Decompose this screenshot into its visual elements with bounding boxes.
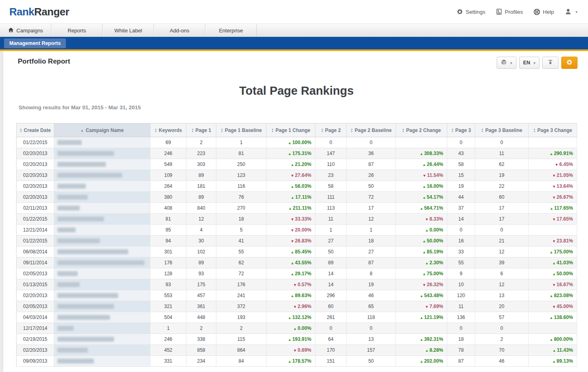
column-header-campaign-name[interactable]: ▲Campaign Name (54, 123, 150, 137)
report-settings-button[interactable] (561, 57, 577, 69)
column-header-page-3[interactable]: ▲▼Page 3 (447, 123, 475, 137)
page2-baseline-cell: 46 (347, 290, 396, 301)
page1-cell: 175 (186, 279, 216, 290)
page2-change-cell: ▲2.30% (396, 257, 447, 268)
page3-cell: 44 (447, 192, 475, 203)
tab-addons-label: Add-ons (170, 28, 189, 34)
page2-cell: 170 (315, 345, 347, 356)
language-dropdown-button[interactable]: EN ▾ (519, 57, 539, 69)
help-lifebuoy-icon (533, 9, 540, 15)
page1-change-cell: ▲175.31% (267, 148, 315, 159)
column-header-page-2[interactable]: ▲▼Page 2 (315, 123, 347, 137)
page3-cell: 87 (447, 356, 475, 367)
page2-cell: 147 (315, 148, 347, 159)
download-button[interactable] (542, 57, 558, 69)
page2-cell: 14 (315, 268, 347, 279)
campaign-name-cell (54, 247, 150, 257)
column-header-page-2-change[interactable]: ▲▼Page 2 Change (396, 123, 447, 137)
profiles-menu-item[interactable]: Profiles (496, 9, 523, 15)
management-reports-button[interactable]: Management Reports (4, 38, 66, 48)
page2-change-cell: ▲543.48% (396, 290, 447, 301)
page2-baseline-cell: 17 (347, 203, 396, 214)
page1-baseline-cell: 250 (216, 159, 267, 170)
redacted-campaign-name (57, 206, 80, 210)
column-header-page-2-baseline[interactable]: ▲▼Page 2 Baseline (347, 123, 396, 137)
down-triangle-icon: ▼ (290, 239, 294, 243)
column-header-page-3-change[interactable]: ▲▼Page 3 Change (529, 123, 577, 137)
page1-cell: 234 (186, 356, 216, 367)
page3-cell: 0 (447, 137, 475, 148)
column-header-keywords[interactable]: ▲▼Keywords (150, 123, 186, 137)
column-header-page-1-baseline[interactable]: ▲▼Page 1 Baseline (216, 123, 267, 137)
page3-change-cell: ▼45.00% (529, 301, 577, 312)
table-row: 01/22/2015943041▼26.83%2718▲50.00%1621▼2… (17, 236, 577, 247)
column-header-create-date[interactable]: ▲▼Create Date (17, 123, 54, 137)
page2-baseline-cell: 12 (347, 214, 396, 225)
page3-change-cell: ▼21.05% (529, 170, 577, 181)
tab-campaigns-label: Campaigns (17, 28, 43, 34)
column-header-page-1[interactable]: ▲▼Page 1 (186, 123, 216, 137)
page3-cell: 16 (447, 236, 475, 247)
page1-baseline-cell: 372 (216, 301, 267, 312)
page2-baseline-cell: 36 (347, 148, 396, 159)
page1-baseline-cell: 193 (216, 312, 267, 323)
page2-baseline-cell: 27 (347, 247, 396, 257)
page3-cell: 9 (447, 268, 475, 279)
up-triangle-icon: ▲ (425, 228, 429, 232)
settings-menu-item[interactable]: Settings (457, 9, 485, 15)
page2-cell: 58 (315, 181, 347, 192)
redacted-campaign-name (57, 304, 114, 309)
keywords-cell: 301 (150, 247, 186, 257)
keywords-cell: 176 (150, 257, 186, 268)
sort-icon: ▲▼ (451, 128, 453, 133)
page1-change-cell: ▲178.57% (267, 356, 315, 367)
sort-icon: ▲▼ (154, 128, 157, 133)
down-triangle-icon: ▼ (552, 174, 556, 178)
create-date-cell: 01/13/2015 (17, 279, 54, 290)
down-triangle-icon: ▼ (290, 217, 294, 221)
page2-cell: 113 (315, 203, 347, 214)
page1-change-cell: ▼27.64% (267, 170, 315, 181)
create-date-cell: 02/20/2013 (17, 170, 54, 181)
up-triangle-icon: ▲ (422, 250, 426, 254)
column-header-page-3-baseline[interactable]: ▲▼Page 3 Baseline (475, 123, 529, 137)
cube-icon (501, 59, 507, 67)
page1-baseline-cell: 864 (216, 345, 267, 356)
keywords-cell: 553 (150, 290, 186, 301)
tab-enterprise[interactable]: Enterprise (205, 24, 257, 37)
table-row: 02/20/2013553457241▲89.63%29646▲543.48%1… (17, 290, 577, 301)
page3-cell: 18 (447, 334, 475, 345)
tab-reports[interactable]: Reports (51, 24, 103, 37)
page2-baseline-cell: 50 (347, 181, 396, 192)
rankranger-logo[interactable]: RankRanger (9, 6, 69, 18)
rankings-table: ▲▼Create Date▲Campaign Name▲▼Keywords▲▼P… (16, 123, 577, 367)
page-title: Portfolio Report (18, 57, 577, 66)
tab-white-label[interactable]: White Label (103, 24, 154, 37)
page1-cell: 840 (186, 203, 216, 214)
page1-baseline-cell: 2 (216, 323, 267, 334)
redacted-campaign-name (57, 359, 94, 363)
page3-cell: 37 (447, 203, 475, 214)
tab-campaigns[interactable]: Campaigns (0, 24, 51, 37)
campaign-name-cell (54, 203, 150, 214)
page2-cell: 64 (315, 334, 347, 345)
column-header-page-1-change[interactable]: ▲▼Page 1 Change (267, 123, 315, 137)
page3-baseline-cell: 17 (475, 203, 529, 214)
page3-baseline-cell: 46 (475, 356, 529, 367)
page1-cell: 12 (186, 214, 216, 225)
help-menu-item[interactable]: Help (533, 9, 554, 15)
export-dropdown-button[interactable]: ▾ (497, 57, 516, 69)
page3-change-cell: ▼23.81% (529, 236, 577, 247)
page1-change-cell: ▼2.96% (267, 301, 315, 312)
page2-change-cell: ▲26.44% (396, 159, 447, 170)
down-triangle-icon: ▼ (555, 163, 558, 167)
page3-change-cell: ▲89.13% (529, 356, 577, 367)
page2-baseline-cell: 118 (347, 312, 396, 323)
up-triangle-icon: ▲ (422, 239, 426, 243)
page1-cell: 102 (186, 247, 216, 257)
up-triangle-icon: ▲ (288, 316, 292, 320)
user-account-menu[interactable]: ▾ (565, 8, 577, 15)
tab-addons[interactable]: Add-ons (154, 24, 205, 37)
table-row: 01/13/201593175176▼0.57%1419▼26.32%1012▼… (17, 279, 577, 290)
campaign-name-cell (54, 159, 150, 170)
